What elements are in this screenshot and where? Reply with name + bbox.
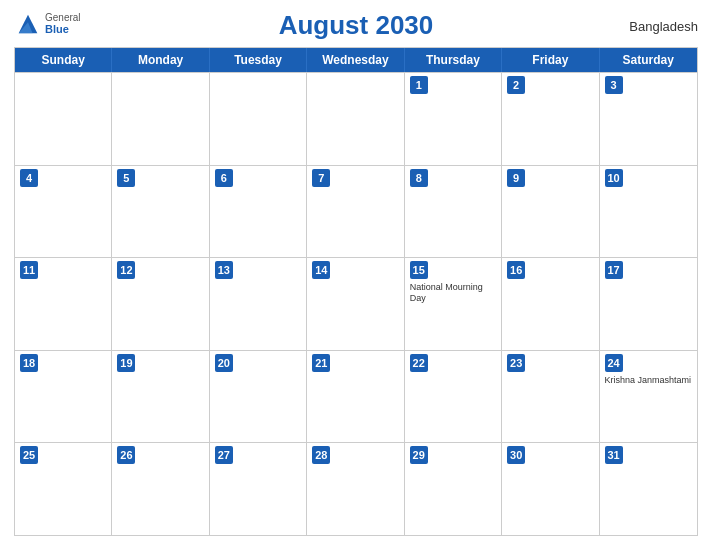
day-number: 11 — [20, 261, 38, 279]
day-cell — [307, 73, 404, 165]
day-number: 24 — [605, 354, 623, 372]
day-number: 15 — [410, 261, 428, 279]
day-number: 30 — [507, 446, 525, 464]
day-cell: 26 — [112, 443, 209, 535]
day-cell: 16 — [502, 258, 599, 350]
day-cell: 28 — [307, 443, 404, 535]
day-number: 10 — [605, 169, 623, 187]
day-cell: 30 — [502, 443, 599, 535]
day-cell: 11 — [15, 258, 112, 350]
day-cell: 20 — [210, 351, 307, 443]
day-cell: 27 — [210, 443, 307, 535]
day-cell: 5 — [112, 166, 209, 258]
day-number: 5 — [117, 169, 135, 187]
day-number: 2 — [507, 76, 525, 94]
day-cell: 4 — [15, 166, 112, 258]
day-number: 23 — [507, 354, 525, 372]
day-cell: 2 — [502, 73, 599, 165]
day-cell — [210, 73, 307, 165]
holiday-text: Krishna Janmashtami — [605, 375, 692, 386]
day-number: 16 — [507, 261, 525, 279]
day-number: 9 — [507, 169, 525, 187]
header-wednesday: Wednesday — [307, 48, 404, 72]
day-cell: 12 — [112, 258, 209, 350]
calendar-title: August 2030 — [279, 10, 434, 41]
calendar-header: General Blue August 2030 Bangladesh — [14, 10, 698, 41]
header-sunday: Sunday — [15, 48, 112, 72]
header-monday: Monday — [112, 48, 209, 72]
day-cell: 9 — [502, 166, 599, 258]
day-number: 31 — [605, 446, 623, 464]
day-number: 20 — [215, 354, 233, 372]
day-cell: 25 — [15, 443, 112, 535]
day-number: 19 — [117, 354, 135, 372]
day-number: 8 — [410, 169, 428, 187]
logo-text: General Blue — [45, 12, 81, 35]
week-row-3: 1112131415National Mourning Day1617 — [15, 257, 697, 350]
day-cell: 7 — [307, 166, 404, 258]
day-cell — [112, 73, 209, 165]
week-row-2: 45678910 — [15, 165, 697, 258]
day-cell: 31 — [600, 443, 697, 535]
week-row-1: 123 — [15, 72, 697, 165]
day-number: 18 — [20, 354, 38, 372]
week-row-5: 25262728293031 — [15, 442, 697, 535]
calendar-grid: Sunday Monday Tuesday Wednesday Thursday… — [14, 47, 698, 536]
day-cell: 18 — [15, 351, 112, 443]
day-cell: 29 — [405, 443, 502, 535]
day-cell: 23 — [502, 351, 599, 443]
day-cell: 15National Mourning Day — [405, 258, 502, 350]
day-cell: 13 — [210, 258, 307, 350]
logo: General Blue — [14, 10, 81, 38]
header-friday: Friday — [502, 48, 599, 72]
day-number: 12 — [117, 261, 135, 279]
day-number: 6 — [215, 169, 233, 187]
day-cell: 19 — [112, 351, 209, 443]
header-saturday: Saturday — [600, 48, 697, 72]
day-cell: 10 — [600, 166, 697, 258]
day-cell: 6 — [210, 166, 307, 258]
header-thursday: Thursday — [405, 48, 502, 72]
calendar-container: General Blue August 2030 Bangladesh Sund… — [0, 0, 712, 550]
day-number: 13 — [215, 261, 233, 279]
day-cell: 1 — [405, 73, 502, 165]
day-cell: 8 — [405, 166, 502, 258]
logo-general-text: General — [45, 12, 81, 23]
day-number: 25 — [20, 446, 38, 464]
day-number: 7 — [312, 169, 330, 187]
day-cell: 17 — [600, 258, 697, 350]
day-number: 28 — [312, 446, 330, 464]
day-number: 17 — [605, 261, 623, 279]
logo-icon — [14, 10, 42, 38]
day-number: 1 — [410, 76, 428, 94]
day-headers-row: Sunday Monday Tuesday Wednesday Thursday… — [15, 48, 697, 72]
country-label: Bangladesh — [629, 18, 698, 33]
day-number: 26 — [117, 446, 135, 464]
day-number: 22 — [410, 354, 428, 372]
day-number: 3 — [605, 76, 623, 94]
day-cell: 14 — [307, 258, 404, 350]
day-cell: 21 — [307, 351, 404, 443]
day-cell: 3 — [600, 73, 697, 165]
day-number: 14 — [312, 261, 330, 279]
day-number: 21 — [312, 354, 330, 372]
day-cell: 22 — [405, 351, 502, 443]
holiday-text: National Mourning Day — [410, 282, 496, 304]
weeks-container: 123456789101112131415National Mourning D… — [15, 72, 697, 535]
header-tuesday: Tuesday — [210, 48, 307, 72]
day-cell: 24Krishna Janmashtami — [600, 351, 697, 443]
day-cell — [15, 73, 112, 165]
day-number: 4 — [20, 169, 38, 187]
day-number: 27 — [215, 446, 233, 464]
day-number: 29 — [410, 446, 428, 464]
week-row-4: 18192021222324Krishna Janmashtami — [15, 350, 697, 443]
logo-blue-text: Blue — [45, 23, 81, 35]
